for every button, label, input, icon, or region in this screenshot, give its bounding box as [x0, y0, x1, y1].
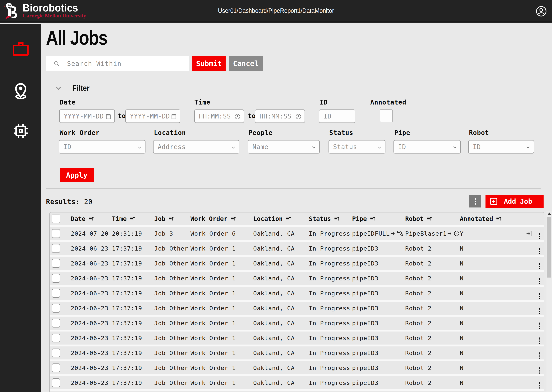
- clock-icon[interactable]: [234, 113, 241, 120]
- robot-select-value: ID: [469, 143, 481, 151]
- cell-pipe: pipeID3: [352, 364, 405, 371]
- cell-text: In Progress: [309, 335, 350, 342]
- calendar-icon[interactable]: [105, 113, 112, 120]
- row-actions-kebab[interactable]: [535, 232, 544, 235]
- filter-title: Filter: [72, 84, 89, 93]
- cell-text: pipeID3: [352, 364, 378, 371]
- sort-icon[interactable]: [168, 216, 174, 222]
- sort-icon[interactable]: [334, 216, 340, 222]
- add-job-button[interactable]: Add Job: [486, 195, 544, 208]
- filter-collapse-toggle[interactable]: Filter: [54, 84, 91, 93]
- search-input[interactable]: [67, 56, 186, 71]
- cancel-button[interactable]: Cancel: [229, 56, 263, 71]
- cell-text: Job Other: [154, 350, 188, 357]
- select-all-checkbox[interactable]: [52, 215, 60, 223]
- cell-annotated: N: [460, 379, 524, 386]
- row-checkbox[interactable]: [52, 259, 60, 268]
- sidebar-item-locations[interactable]: [0, 78, 41, 101]
- row-checkbox[interactable]: [52, 229, 60, 238]
- cell-text: 17:37:19: [112, 245, 142, 252]
- row-actions-kebab[interactable]: [535, 247, 544, 250]
- row-checkbox[interactable]: [52, 349, 60, 357]
- row-checkbox[interactable]: [52, 378, 60, 387]
- column-header-label: Work Order: [190, 215, 227, 222]
- calendar-icon[interactable]: [170, 113, 177, 120]
- pipe-select[interactable]: ID: [393, 140, 461, 154]
- id-input[interactable]: [319, 110, 355, 123]
- cell-time: 17:37:19: [112, 290, 154, 297]
- sort-icon[interactable]: [130, 216, 136, 222]
- row-actions-kebab[interactable]: [535, 277, 544, 280]
- chevron-down-icon: [54, 84, 63, 92]
- cell-date: 2024-06-23: [71, 350, 112, 357]
- row-actions-kebab[interactable]: [535, 366, 544, 369]
- results-more-actions-button[interactable]: [469, 195, 481, 208]
- scrollbar-thumb[interactable]: [547, 217, 551, 278]
- column-header-label: Pipe: [352, 215, 367, 222]
- cell-text: N: [460, 305, 464, 312]
- cell-text: 17:37:19: [112, 275, 142, 282]
- pipe-icon[interactable]: [396, 230, 403, 237]
- table-row: 2024-07-2020:31:19Job 3Work Order 6Oakla…: [50, 227, 544, 240]
- status-select[interactable]: Status: [328, 140, 385, 154]
- search-row: Submit Cancel: [46, 56, 263, 71]
- sort-icon[interactable]: [427, 216, 432, 222]
- sort-icon[interactable]: [88, 216, 94, 222]
- row-checkbox[interactable]: [52, 319, 60, 328]
- people-select[interactable]: Name: [248, 140, 320, 154]
- row-actions-kebab[interactable]: [535, 307, 544, 310]
- row-actions-kebab[interactable]: [535, 381, 544, 384]
- user-avatar-icon[interactable]: [536, 6, 547, 17]
- cell-text: Work Order 1: [190, 320, 236, 327]
- cell-pipe: pipeID3: [352, 245, 405, 252]
- row-checkbox[interactable]: [52, 289, 60, 298]
- column-header-date[interactable]: Date: [71, 215, 112, 222]
- row-actions-kebab[interactable]: [535, 336, 544, 340]
- column-header-annotated[interactable]: Annotated: [460, 215, 524, 222]
- row-checkbox[interactable]: [52, 274, 60, 283]
- time-filter-label: Time: [194, 98, 210, 106]
- sort-icon[interactable]: [231, 216, 236, 222]
- chevron-down-icon: [231, 145, 236, 150]
- chip-icon[interactable]: [453, 230, 460, 237]
- column-header-status[interactable]: Status: [309, 215, 352, 222]
- submit-button[interactable]: Submit: [192, 56, 225, 71]
- sort-icon[interactable]: [286, 216, 291, 222]
- row-actions-kebab[interactable]: [535, 292, 544, 295]
- cell-status: In Progress: [309, 305, 352, 312]
- row-actions-kebab[interactable]: [535, 351, 544, 355]
- people-filter-label: People: [249, 129, 273, 136]
- row-checkbox[interactable]: [52, 304, 60, 313]
- cell-robot: Robot 2: [405, 364, 460, 371]
- sidebar-item-jobs[interactable]: [0, 37, 41, 60]
- brand-logo[interactable]: Biorobotics Carnegie Mellon University: [3, 2, 86, 20]
- row-checkbox[interactable]: [52, 364, 60, 372]
- cell-text: pipeID3: [352, 275, 378, 282]
- cell-pipe: pipeID3: [352, 275, 405, 282]
- sidebar-item-robots[interactable]: [0, 119, 41, 142]
- robot-select[interactable]: ID: [468, 140, 534, 154]
- column-header-job[interactable]: Job: [154, 215, 190, 222]
- annotated-checkbox[interactable]: [380, 110, 392, 122]
- column-header-pipe[interactable]: Pipe: [352, 215, 405, 222]
- row-checkbox[interactable]: [52, 334, 60, 343]
- work-order-select[interactable]: ID: [59, 140, 145, 154]
- column-header-location[interactable]: Location: [253, 215, 309, 222]
- table-row: 2024-06-2317:37:19Job OtherWork Order 1O…: [50, 242, 544, 255]
- kebab-icon: [539, 352, 540, 354]
- row-actions-kebab[interactable]: [535, 322, 544, 325]
- scrollbar-up-arrow-icon[interactable]: [548, 212, 551, 215]
- column-header-robot[interactable]: Robot: [405, 215, 460, 222]
- open-job-icon[interactable]: [524, 230, 535, 238]
- sort-icon[interactable]: [496, 216, 502, 222]
- column-header-time[interactable]: Time: [112, 215, 154, 222]
- cell-time: 20:31:19: [112, 230, 154, 237]
- row-actions-kebab[interactable]: [535, 262, 544, 265]
- sort-icon[interactable]: [370, 216, 376, 222]
- location-select[interactable]: Address: [153, 140, 240, 154]
- page-scrollbar[interactable]: [546, 211, 552, 392]
- column-header-work_order[interactable]: Work Order: [190, 215, 253, 222]
- row-checkbox[interactable]: [52, 244, 60, 253]
- apply-button[interactable]: Apply: [60, 168, 94, 182]
- clock-icon[interactable]: [295, 113, 302, 120]
